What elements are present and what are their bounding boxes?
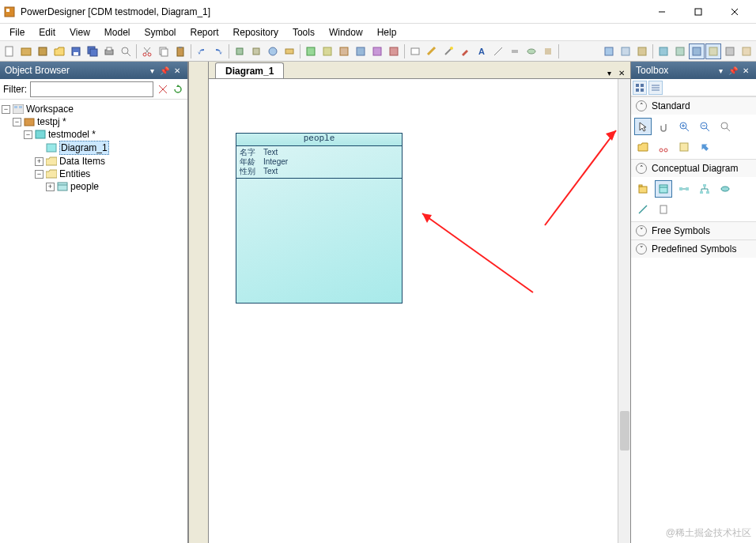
minimize-button[interactable] bbox=[644, 0, 680, 24]
right5-icon[interactable] bbox=[672, 43, 688, 59]
right1-icon[interactable] bbox=[601, 43, 617, 59]
group2-icon[interactable] bbox=[319, 43, 335, 59]
cut-tool-icon[interactable] bbox=[655, 138, 672, 156]
link-tool-icon[interactable] bbox=[634, 201, 652, 218]
line-icon[interactable] bbox=[490, 43, 506, 59]
inheritance-tool-icon[interactable] bbox=[696, 180, 713, 198]
clear-filter-icon[interactable] bbox=[157, 82, 169, 96]
copy-icon[interactable] bbox=[156, 43, 172, 59]
right7-icon[interactable] bbox=[705, 43, 721, 59]
maximize-button[interactable] bbox=[680, 0, 716, 24]
brush-icon[interactable] bbox=[457, 43, 473, 59]
new-icon[interactable] bbox=[2, 43, 17, 59]
tool4-icon[interactable] bbox=[282, 43, 297, 59]
edit1-icon[interactable] bbox=[407, 43, 423, 59]
undo-icon[interactable] bbox=[194, 43, 210, 59]
file-tool-icon[interactable] bbox=[655, 201, 672, 218]
pin-icon[interactable]: 📌 bbox=[728, 65, 739, 76]
toolbox-predefined-header[interactable]: ˅ Predefined Symbols bbox=[631, 240, 756, 258]
right4-icon[interactable] bbox=[656, 43, 671, 59]
entity-people-box[interactable]: people 名字Text 年龄Integer 性别Text bbox=[236, 133, 403, 304]
tool2-icon[interactable] bbox=[248, 43, 264, 59]
pin-icon[interactable]: 📌 bbox=[159, 65, 170, 76]
misc2-icon[interactable] bbox=[524, 43, 539, 59]
new-model-icon[interactable] bbox=[35, 43, 51, 59]
refresh-icon[interactable] bbox=[172, 82, 185, 96]
save-icon[interactable] bbox=[68, 43, 84, 59]
menu-view[interactable]: View bbox=[63, 25, 96, 40]
tree-entities[interactable]: − Entities bbox=[2, 168, 186, 180]
menu-tools[interactable]: Tools bbox=[286, 25, 321, 40]
association-tool-icon[interactable] bbox=[716, 180, 734, 198]
menu-window[interactable]: Window bbox=[323, 25, 369, 40]
group5-icon[interactable] bbox=[369, 43, 385, 59]
right8-icon[interactable] bbox=[722, 43, 738, 59]
group6-icon[interactable] bbox=[386, 43, 402, 59]
toolbox-standard-header[interactable]: ˄ Standard bbox=[631, 97, 756, 115]
expand-icon[interactable] bbox=[696, 138, 713, 156]
tab-diagram-1[interactable]: Diagram_1 bbox=[215, 62, 284, 78]
toolbox-conceptual-header[interactable]: ˄ Conceptual Diagram bbox=[631, 160, 756, 177]
menu-model[interactable]: Model bbox=[98, 25, 137, 40]
view-large-icon[interactable] bbox=[633, 81, 647, 95]
tree-entity-people[interactable]: + people bbox=[2, 180, 186, 193]
scroll-handle[interactable] bbox=[620, 411, 629, 451]
right2-icon[interactable] bbox=[618, 43, 633, 59]
open-icon[interactable] bbox=[51, 43, 67, 59]
tool-icon[interactable] bbox=[232, 43, 248, 59]
open-file-icon[interactable] bbox=[634, 138, 652, 156]
entity-tool-icon[interactable] bbox=[655, 180, 672, 198]
menu-help[interactable]: Help bbox=[371, 25, 403, 40]
redo-icon[interactable] bbox=[210, 43, 226, 59]
grab-tool-icon[interactable] bbox=[655, 118, 672, 135]
tree-project[interactable]: − testpj * bbox=[2, 115, 186, 128]
close-button[interactable] bbox=[716, 0, 753, 24]
save-all-icon[interactable] bbox=[85, 43, 100, 59]
toolbox-free-header[interactable]: ˅ Free Symbols bbox=[631, 222, 756, 239]
new-project-icon[interactable] bbox=[18, 43, 34, 59]
menu-edit[interactable]: Edit bbox=[32, 25, 62, 40]
tab-close-icon[interactable]: ✕ bbox=[616, 67, 627, 78]
zoom-fit-icon[interactable] bbox=[716, 118, 734, 135]
tree-diagram[interactable]: Diagram_1 bbox=[2, 141, 186, 155]
relationship-tool-icon[interactable] bbox=[675, 180, 693, 198]
menu-repository[interactable]: Repository bbox=[227, 25, 285, 40]
right9-icon[interactable] bbox=[739, 43, 754, 59]
tab-menu-icon[interactable]: ▾ bbox=[603, 67, 614, 78]
right6-icon[interactable] bbox=[689, 43, 705, 59]
properties-icon[interactable] bbox=[675, 138, 693, 156]
menu-symbol[interactable]: Symbol bbox=[138, 25, 183, 40]
filter-input[interactable] bbox=[30, 81, 153, 97]
menu-file[interactable]: File bbox=[3, 25, 31, 40]
dropdown-icon[interactable]: ▾ bbox=[146, 65, 157, 76]
pointer-tool-icon[interactable] bbox=[634, 118, 652, 135]
zoom-out-icon[interactable] bbox=[696, 118, 713, 135]
tree-model[interactable]: − testmodel * bbox=[2, 128, 186, 141]
find-icon[interactable] bbox=[118, 43, 134, 59]
wand-icon[interactable] bbox=[440, 43, 456, 59]
tree-workspace[interactable]: − Workspace bbox=[2, 103, 186, 115]
diagram-canvas[interactable]: people 名字Text 年龄Integer 性别Text bbox=[209, 79, 630, 543]
close-panel-icon[interactable]: ✕ bbox=[740, 65, 751, 76]
menu-report[interactable]: Report bbox=[184, 25, 225, 40]
tree-data-items[interactable]: + Data Items bbox=[2, 155, 186, 168]
canvas-scrollbar[interactable] bbox=[618, 79, 630, 543]
tool3-icon[interactable] bbox=[265, 43, 281, 59]
paste-icon[interactable] bbox=[172, 43, 188, 59]
misc1-icon[interactable] bbox=[507, 43, 523, 59]
edit2-icon[interactable] bbox=[424, 43, 440, 59]
group3-icon[interactable] bbox=[336, 43, 352, 59]
right3-icon[interactable] bbox=[634, 43, 650, 59]
splitter-left[interactable] bbox=[188, 62, 209, 543]
group1-icon[interactable] bbox=[303, 43, 319, 59]
view-list-icon[interactable] bbox=[648, 81, 663, 95]
zoom-in-icon[interactable] bbox=[675, 118, 693, 135]
text-icon[interactable]: A bbox=[474, 43, 490, 59]
dropdown-icon[interactable]: ▾ bbox=[715, 65, 726, 76]
close-panel-icon[interactable]: ✕ bbox=[172, 65, 183, 76]
print-icon[interactable] bbox=[101, 43, 117, 59]
group4-icon[interactable] bbox=[353, 43, 369, 59]
cut-icon[interactable] bbox=[139, 43, 155, 59]
package-tool-icon[interactable] bbox=[634, 180, 652, 198]
misc3-icon[interactable] bbox=[540, 43, 556, 59]
